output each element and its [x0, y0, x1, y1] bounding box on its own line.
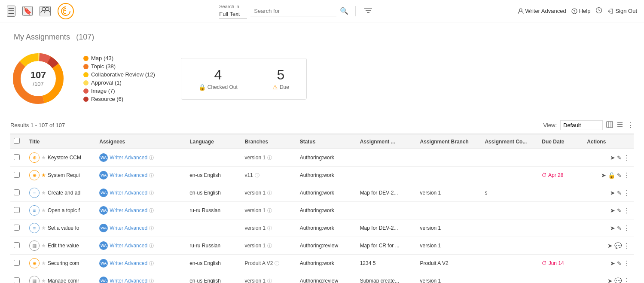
assignee-link[interactable]: Writer Advanced	[110, 243, 147, 249]
title-text: Manage comr	[48, 278, 79, 283]
users-button[interactable]	[40, 6, 51, 16]
th-due-date[interactable]: Due Date	[538, 134, 583, 149]
info-icon[interactable]: ⓘ	[149, 225, 154, 231]
language-value: en-us English	[189, 278, 221, 283]
action-more-button[interactable]: ⋮	[623, 277, 630, 283]
row-checkbox[interactable]	[14, 172, 20, 178]
star-icon[interactable]: ★	[41, 278, 46, 283]
action-edit-button[interactable]: ✎	[617, 207, 622, 214]
view-select[interactable]: Default Compact Comfortable	[560, 120, 603, 130]
th-assignees[interactable]: Assignees	[96, 134, 186, 149]
action-more-button[interactable]: ⋮	[623, 189, 630, 197]
branch-info-icon[interactable]: ⓘ	[267, 155, 272, 161]
hamburger-button[interactable]: ☰	[7, 6, 15, 17]
star-icon[interactable]: ★	[41, 207, 46, 213]
action-more-button[interactable]: ⋮	[623, 259, 630, 268]
th-assignment[interactable]: Assignment ...	[357, 134, 417, 149]
info-icon[interactable]: ⓘ	[149, 155, 154, 161]
row-checkbox[interactable]	[14, 189, 20, 195]
branch-info-icon[interactable]: ⓘ	[267, 190, 272, 196]
action-more-button[interactable]: ⋮	[623, 242, 630, 250]
assignee-link[interactable]: Writer Advanced	[110, 172, 147, 178]
select-all-checkbox[interactable]	[14, 138, 20, 144]
signout-button[interactable]: Sign Out	[607, 8, 637, 14]
action-arrow-button[interactable]: ➤	[607, 277, 613, 283]
info-icon[interactable]: ⓘ	[149, 172, 154, 179]
more-options-button[interactable]: ⋮	[627, 121, 634, 129]
action-arrow-button[interactable]: ➤	[610, 189, 615, 196]
star-icon[interactable]: ★	[41, 260, 46, 266]
help-button[interactable]: ? Help	[571, 8, 591, 14]
action-arrow-button[interactable]: ➤	[610, 154, 615, 161]
assignee-link[interactable]: Writer Advanced	[110, 278, 147, 283]
info-icon[interactable]: ⓘ	[149, 278, 154, 283]
row-checkbox[interactable]	[14, 225, 20, 231]
branch-info-icon[interactable]: ⓘ	[275, 260, 279, 267]
action-edit-button[interactable]: ✎	[617, 225, 622, 231]
star-icon[interactable]: ★	[41, 243, 46, 249]
info-icon[interactable]: ⓘ	[149, 260, 154, 267]
action-arrow-button[interactable]: ➤	[610, 260, 615, 267]
action-edit-button[interactable]: ✎	[617, 260, 622, 267]
action-lock-button[interactable]: 🔒	[608, 172, 615, 179]
action-more-button[interactable]: ⋮	[623, 224, 630, 232]
branch-info-icon[interactable]: ⓘ	[255, 172, 259, 179]
action-arrow-button[interactable]: ➤	[601, 172, 606, 179]
row-checkbox[interactable]	[14, 207, 20, 213]
search-input[interactable]	[250, 6, 336, 16]
action-edit-button[interactable]: ✎	[617, 190, 622, 196]
info-icon[interactable]: ⓘ	[149, 190, 154, 196]
assignee-link[interactable]: Writer Advanced	[110, 155, 147, 161]
row-checkbox[interactable]	[14, 242, 20, 248]
action-more-button[interactable]: ⋮	[623, 171, 630, 180]
clock-button[interactable]	[595, 7, 602, 15]
info-icon[interactable]: ⓘ	[149, 207, 154, 214]
action-arrow-button[interactable]: ➤	[607, 242, 613, 249]
th-status[interactable]: Status	[296, 134, 357, 149]
legend-item-resource: Resource (6)	[83, 96, 155, 102]
row-checkbox[interactable]	[14, 260, 20, 266]
filter-button[interactable]	[364, 7, 372, 15]
columns-button[interactable]	[617, 121, 623, 130]
action-arrow-button[interactable]: ➤	[610, 207, 615, 214]
branch-info-icon[interactable]: ⓘ	[267, 243, 272, 249]
action-more-button[interactable]: ⋮	[623, 154, 630, 162]
th-language[interactable]: Language	[186, 134, 241, 149]
assignee-link[interactable]: Writer Advanced	[110, 260, 147, 266]
star-icon[interactable]: ★	[41, 225, 46, 231]
title-cell: ▦ ★ Manage comr	[26, 272, 96, 283]
search-button[interactable]: 🔍	[340, 7, 348, 15]
branch-info-icon[interactable]: ⓘ	[267, 278, 272, 283]
branch-info-icon[interactable]: ⓘ	[267, 225, 272, 231]
star-icon[interactable]: ★	[41, 155, 46, 161]
star-icon[interactable]: ★	[41, 172, 46, 178]
action-more-button[interactable]: ⋮	[623, 207, 630, 215]
th-branches[interactable]: Branches	[241, 134, 296, 149]
row-checkbox[interactable]	[14, 154, 20, 160]
action-comment-button[interactable]: 💬	[614, 277, 622, 283]
assignee-link[interactable]: Writer Advanced	[110, 225, 147, 231]
action-edit-button[interactable]: ✎	[617, 155, 622, 161]
th-title[interactable]: Title	[26, 134, 96, 149]
user-button[interactable]: Writer Advanced	[518, 8, 566, 14]
refresh-button[interactable]	[606, 121, 613, 130]
assignment-branch-cell: Produit A V2	[417, 255, 482, 272]
star-icon[interactable]: ★	[41, 190, 46, 196]
th-assignment-branch[interactable]: Assignment Branch	[417, 134, 482, 149]
assignee-link[interactable]: Writer Advanced	[110, 190, 147, 196]
assignee-link[interactable]: Writer Advanced	[110, 207, 147, 213]
search-type-select[interactable]: Full Text Title ID	[219, 10, 247, 18]
branch-value: version 1	[244, 278, 266, 283]
bookmark-button[interactable]: 🔖	[22, 6, 33, 16]
legend-item-map: Map (43)	[83, 55, 155, 61]
assignment-cell: Map for DEV-2...	[357, 219, 417, 237]
main-content: My Assignments (107)	[0, 22, 644, 283]
row-checkbox[interactable]	[14, 277, 20, 283]
action-arrow-button[interactable]: ➤	[610, 225, 615, 231]
branch-info-icon[interactable]: ⓘ	[267, 207, 272, 214]
action-comment-button[interactable]: 💬	[614, 242, 622, 249]
action-edit-button[interactable]: ✎	[617, 172, 622, 179]
th-assignment-co[interactable]: Assignment Co...	[481, 134, 538, 149]
info-icon[interactable]: ⓘ	[149, 243, 154, 249]
header-right: Writer Advanced ? Help Sign Out	[518, 7, 637, 15]
